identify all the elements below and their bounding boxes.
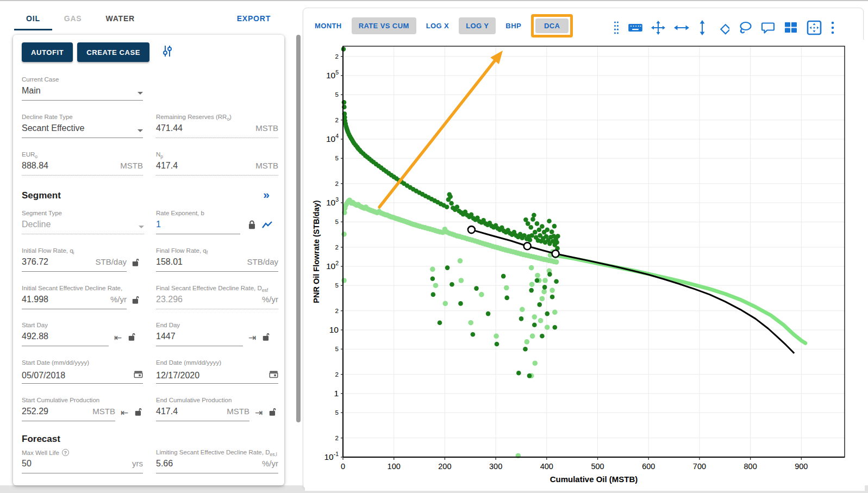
decline-rate-type-field[interactable]: Decline Rate Type Secant Effective <box>22 114 143 138</box>
np-field: Np 417.4 MSTB <box>156 151 278 176</box>
x-axis-title: Cumulative Oil (MSTB) <box>550 475 638 484</box>
chart-modebar <box>613 20 835 35</box>
start-day-field[interactable]: Start Day 492.88 ⇤ <box>22 322 109 346</box>
tab-gas[interactable]: GAS <box>52 8 94 30</box>
lock-open-icon[interactable] <box>268 407 278 419</box>
svg-text:500: 500 <box>591 462 604 471</box>
svg-text:200: 200 <box>438 462 451 471</box>
rate-exponent-field[interactable]: Rate Exponent, b 1 <box>156 210 240 234</box>
svg-text:10: 10 <box>329 325 339 334</box>
start-cum-field[interactable]: Start Cumulative Production 252.29 MSTB … <box>22 397 115 421</box>
lock-open-icon[interactable] <box>131 295 141 307</box>
chart-card: MONTH RATE VS CUM LOG X LOG Y BHP DCA <box>303 8 864 489</box>
svg-text:900: 900 <box>795 462 808 471</box>
snap-to-end-icon[interactable]: ⇥ <box>248 333 256 342</box>
forecast-heading: Forecast <box>22 434 60 445</box>
bhp-toggle-button[interactable]: BHP <box>501 17 526 34</box>
zoom-x-icon[interactable] <box>674 23 689 32</box>
current-case-field[interactable]: Current Case Main <box>22 76 143 101</box>
keyboard-shortcuts-icon[interactable] <box>628 22 642 34</box>
zoom-box-icon[interactable] <box>715 21 729 35</box>
snap-to-start-icon[interactable]: ⇤ <box>121 408 128 417</box>
case-card: AUTOFIT CREATE CASE Current Case Main De… <box>13 35 284 485</box>
log-x-toggle-button[interactable]: LOG X <box>421 17 454 34</box>
lock-open-icon[interactable] <box>127 332 138 344</box>
dca-toggle-button[interactable]: DCA <box>535 18 569 33</box>
autofit-button[interactable]: AUTOFIT <box>22 42 73 62</box>
y-axis-title: PNR Oil Flowrate (STB/day) <box>312 200 321 303</box>
start-date-field[interactable]: Start Date (mm/dd/yyyy) 05/07/2018 <box>22 359 143 384</box>
final-flow-rate-field[interactable]: Final Flow Rate, qf 158.01 STB/day <box>156 247 278 272</box>
snap-to-end-icon[interactable]: ⇥ <box>255 408 263 417</box>
dca-settings-panel: OIL GAS WATER EXPORT AUTOFIT CREATE CASE… <box>0 1 292 485</box>
svg-text:5: 5 <box>335 282 339 289</box>
pan-icon[interactable] <box>651 21 665 35</box>
phase-tabs: OIL GAS WATER EXPORT <box>14 8 278 30</box>
initial-decline-rate-field[interactable]: Initial Secant Effective Decline Rate, 4… <box>22 285 127 309</box>
autoscale-icon[interactable] <box>807 20 822 35</box>
log-y-toggle-button[interactable]: LOG Y <box>459 17 496 34</box>
max-well-life-field[interactable]: Max Well Life? 50 yrs <box>22 449 143 473</box>
segment-anchor-marker[interactable] <box>524 242 531 249</box>
svg-text:2: 2 <box>335 435 339 441</box>
fit-settings-sliders-icon[interactable] <box>161 45 173 60</box>
svg-text:300: 300 <box>489 462 502 471</box>
chart-svg[interactable]: 10-1251251025102251032510425105201002003… <box>305 40 865 491</box>
create-case-button[interactable]: CREATE CASE <box>77 42 149 62</box>
segment-heading: Segment » <box>22 190 278 201</box>
segment-type-field: Segment Type Decline <box>22 210 144 234</box>
zoom-y-icon[interactable] <box>698 20 707 35</box>
svg-text:100: 100 <box>388 462 401 471</box>
show-on-chart-trend-icon[interactable] <box>262 221 273 232</box>
svg-text:2: 2 <box>335 117 339 123</box>
eur-field: EURo 888.84 MSTB <box>22 151 143 176</box>
segment-expand-chevrons-icon[interactable]: » <box>263 188 268 201</box>
production-chart[interactable]: 10-1251251025102251032510425105201002003… <box>305 40 865 491</box>
dca-highlight-box: DCA <box>531 14 573 38</box>
svg-text:5: 5 <box>335 91 339 98</box>
lock-open-icon[interactable] <box>134 407 144 419</box>
table-icon[interactable] <box>784 21 798 34</box>
initial-flow-rate-field[interactable]: Initial Flow Rate, qi 376.72 STB/day <box>22 247 127 272</box>
segment-anchor-marker[interactable] <box>552 250 559 257</box>
chart-toolbar: MONTH RATE VS CUM LOG X LOG Y BHP DCA <box>310 14 573 38</box>
help-icon[interactable]: ? <box>62 449 69 456</box>
lock-open-icon[interactable] <box>261 332 272 344</box>
more-options-kebab-icon[interactable] <box>830 21 835 35</box>
svg-text:400: 400 <box>540 462 553 471</box>
remaining-reserves-field: Remaining Reserves (RRo) 471.44 MSTB <box>156 114 278 138</box>
snap-to-start-icon[interactable]: ⇤ <box>114 333 122 342</box>
month-toggle-button[interactable]: MONTH <box>310 17 347 34</box>
drag-handle-icon[interactable] <box>613 21 620 35</box>
lasso-icon[interactable] <box>738 21 752 34</box>
svg-text:5: 5 <box>335 346 339 352</box>
tab-oil[interactable]: OIL <box>14 8 52 30</box>
chevron-down-icon[interactable] <box>138 129 143 132</box>
limiting-decline-rate-field[interactable]: Limiting Secant Effective Decline Rate, … <box>156 449 278 473</box>
tab-water[interactable]: WATER <box>93 8 147 30</box>
end-day-field[interactable]: End Day 1447 ⇥ <box>156 322 243 346</box>
end-cum-field[interactable]: End Cumulative Production 417.4 MSTB ⇥ <box>156 397 249 421</box>
svg-text:2: 2 <box>335 308 339 314</box>
chevron-down-icon <box>139 226 144 228</box>
lock-closed-icon[interactable] <box>247 220 257 232</box>
calendar-icon[interactable] <box>269 369 278 380</box>
svg-text:5: 5 <box>335 155 339 161</box>
chevron-down-icon[interactable] <box>138 92 143 95</box>
svg-text:2: 2 <box>335 53 339 60</box>
svg-text:800: 800 <box>744 462 757 471</box>
svg-text:2: 2 <box>335 180 339 187</box>
svg-text:5: 5 <box>335 219 339 225</box>
export-button[interactable]: EXPORT <box>225 8 278 30</box>
lock-open-icon[interactable] <box>131 257 141 270</box>
svg-text:2: 2 <box>335 244 339 251</box>
app-window: OIL GAS WATER EXPORT AUTOFIT CREATE CASE… <box>0 0 868 493</box>
segment-anchor-marker[interactable] <box>468 226 475 233</box>
end-date-field[interactable]: End Date (mm/dd/yyyy) 12/17/2020 <box>156 359 278 384</box>
svg-text:5: 5 <box>335 409 339 416</box>
tooltip-icon[interactable] <box>761 21 775 34</box>
rate-vs-cum-toggle-button[interactable]: RATE VS CUM <box>352 17 416 34</box>
calendar-icon[interactable] <box>134 369 143 380</box>
panel-scrollbar[interactable] <box>296 35 301 422</box>
final-decline-rate-field: Final Secant Effective Decline Rate, Des… <box>156 285 278 309</box>
